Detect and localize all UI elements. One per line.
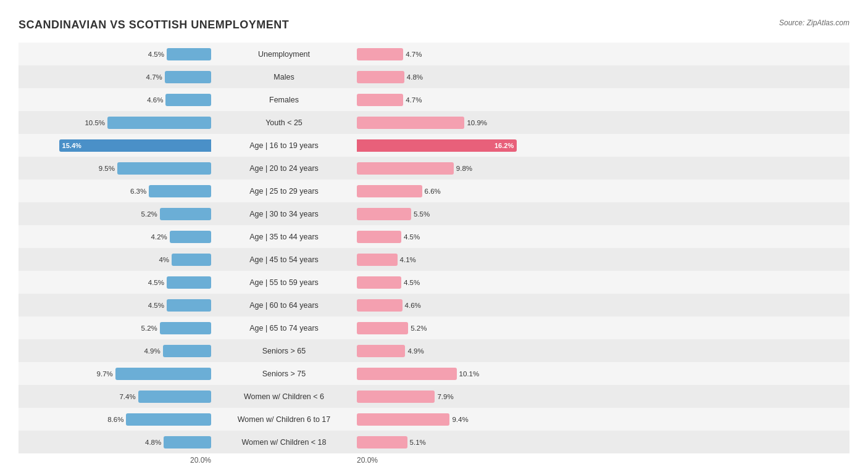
bar-left — [126, 413, 211, 426]
chart-row: 4.7% Males 4.8% — [19, 65, 849, 88]
left-value: 4.5% — [148, 302, 164, 309]
bar-left — [172, 254, 211, 266]
row-label: Age | 20 to 24 years — [216, 164, 352, 173]
right-section: 6.6% — [352, 185, 549, 197]
chart-row: 4.9% Seniors > 65 4.9% — [19, 339, 849, 362]
left-value: 4.9% — [144, 347, 160, 355]
left-value: 6.3% — [130, 188, 146, 195]
row-label: Women w/ Children < 6 — [216, 392, 352, 401]
bar-left — [165, 71, 211, 83]
bar-left — [138, 391, 211, 403]
left-section: 4.9% — [19, 345, 216, 357]
bar-right — [357, 368, 457, 380]
left-section: 7.4% — [19, 391, 216, 403]
right-value: 10.9% — [467, 119, 487, 126]
left-section: 9.5% — [19, 162, 216, 175]
chart-row: 4.5% Age | 55 to 59 years 4.5% — [19, 271, 849, 294]
right-value: 4.1% — [400, 256, 416, 263]
bar-left — [167, 48, 211, 60]
right-section: 4.7% — [352, 48, 549, 60]
chart-row: 9.5% Age | 20 to 24 years 9.8% — [19, 157, 849, 180]
left-value: 4% — [159, 256, 169, 263]
left-section: 5.2% — [19, 208, 216, 220]
left-value: 9.5% — [99, 165, 115, 172]
row-label: Age | 25 to 29 years — [216, 187, 352, 196]
chart-header: SCANDINAVIAN VS SCOTTISH UNEMPLOYMENT So… — [19, 19, 849, 31]
left-section: 4.8% — [19, 436, 216, 448]
left-value: 7.4% — [119, 393, 135, 400]
right-section: 4.5% — [352, 276, 549, 289]
right-value: 4.5% — [404, 279, 420, 286]
left-section: 6.3% — [19, 185, 216, 197]
bar-right: 16.2% — [357, 139, 517, 152]
right-section: 9.8% — [352, 162, 549, 175]
bar-right — [357, 436, 407, 448]
row-label: Age | 65 to 74 years — [216, 324, 352, 333]
left-value: 5.2% — [141, 324, 157, 332]
chart-row: 7.4% Women w/ Children < 6 7.9% — [19, 385, 849, 408]
right-value: 6.6% — [425, 188, 441, 195]
row-label: Age | 30 to 34 years — [216, 210, 352, 218]
left-value: 8.6% — [107, 416, 123, 423]
bar-right — [357, 48, 403, 60]
bar-left — [115, 368, 211, 380]
right-value: 4.8% — [407, 73, 423, 81]
right-value: 5.1% — [410, 439, 426, 446]
bar-left — [163, 345, 211, 357]
chart-body: 4.5% Unemployment 4.7% 4.7% Males 4.8% — [19, 43, 849, 453]
row-label: Age | 16 to 19 years — [216, 141, 352, 150]
bar-right — [357, 185, 422, 197]
right-section: 4.8% — [352, 71, 549, 83]
right-section: 4.9% — [352, 345, 549, 357]
left-section: 4.5% — [19, 48, 216, 60]
bar-right — [357, 162, 454, 175]
row-label: Women w/ Children < 18 — [216, 438, 352, 447]
chart-row: 4.6% Females 4.7% — [19, 88, 849, 111]
chart-row: 10.5% Youth < 25 10.9% — [19, 111, 849, 134]
bar-right — [357, 254, 398, 266]
left-section: 8.6% — [19, 413, 216, 426]
bar-right — [357, 117, 464, 129]
chart-container: SCANDINAVIAN VS SCOTTISH UNEMPLOYMENT So… — [19, 12, 849, 467]
axis-left: 20.0% — [19, 456, 216, 465]
left-section: 4% — [19, 254, 216, 266]
right-value: 4.7% — [406, 51, 422, 58]
right-value: 9.8% — [456, 165, 472, 172]
bar-left — [160, 208, 211, 220]
row-label: Youth < 25 — [216, 118, 352, 127]
chart-row: 4.5% Age | 60 to 64 years 4.6% — [19, 294, 849, 316]
bar-right-value: 16.2% — [495, 142, 517, 149]
right-section: 4.5% — [352, 231, 549, 243]
left-section: 4.6% — [19, 94, 216, 106]
bar-right — [357, 208, 411, 220]
row-label: Seniors > 65 — [216, 347, 352, 355]
bar-left-value: 15.4% — [59, 142, 81, 149]
chart-row: 9.7% Seniors > 75 10.1% — [19, 362, 849, 385]
right-section: 4.7% — [352, 94, 549, 106]
left-section: 4.5% — [19, 299, 216, 312]
right-value: 9.4% — [452, 416, 468, 423]
right-value: 5.5% — [414, 210, 430, 218]
bar-right — [357, 322, 408, 334]
bar-right — [357, 299, 403, 312]
right-value: 10.1% — [459, 370, 480, 378]
right-value: 4.6% — [405, 302, 421, 309]
left-section: 4.7% — [19, 71, 216, 83]
bar-left — [165, 94, 211, 106]
left-section: 15.4% — [19, 139, 216, 152]
chart-row: 5.2% Age | 65 to 74 years 5.2% — [19, 316, 849, 339]
chart-row: 15.4% Age | 16 to 19 years 16.2% — [19, 134, 849, 157]
right-section: 5.2% — [352, 322, 549, 334]
row-label: Women w/ Children 6 to 17 — [216, 415, 352, 424]
right-value: 4.7% — [406, 96, 422, 104]
axis-row: 20.0% 20.0% — [19, 456, 849, 465]
left-value: 4.2% — [151, 233, 167, 241]
row-label: Age | 45 to 54 years — [216, 255, 352, 264]
right-section: 16.2% — [352, 139, 549, 152]
left-value: 4.8% — [145, 439, 161, 446]
bar-left — [170, 231, 211, 243]
bar-right — [357, 231, 401, 243]
axis-right-value: 20.0% — [357, 456, 378, 465]
right-section: 5.1% — [352, 436, 549, 448]
left-value: 4.5% — [148, 279, 164, 286]
